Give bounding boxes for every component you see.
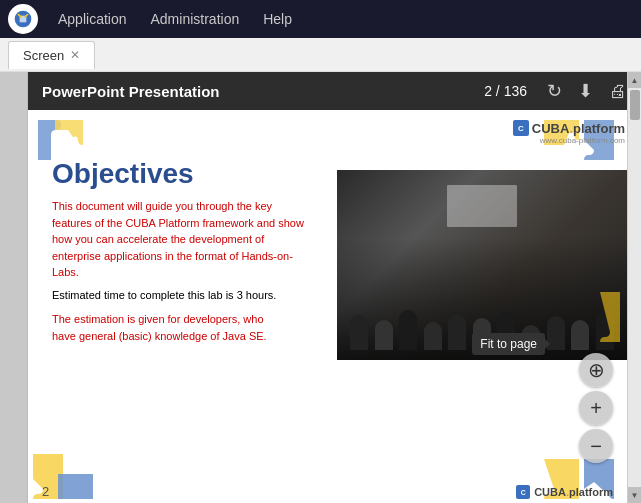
minus-icon: − xyxy=(590,435,602,458)
scrollbar-down[interactable]: ▼ xyxy=(628,487,642,503)
zoom-out-button[interactable]: − xyxy=(579,429,613,463)
tab-screen[interactable]: Screen ✕ xyxy=(8,41,95,69)
presentation-title: PowerPoint Presentation xyxy=(42,83,484,100)
projector-screen xyxy=(447,185,517,227)
slide-photo xyxy=(337,170,627,360)
refresh-icon[interactable]: ↻ xyxy=(547,80,562,102)
puzzle-bottomleft xyxy=(28,444,98,503)
viewer-container: PowerPoint Presentation 2 / 136 ↻ ⬇ 🖨 xyxy=(0,72,641,503)
print-icon[interactable]: 🖨 xyxy=(609,81,627,102)
puzzle-rightmid xyxy=(595,287,625,351)
app-logo xyxy=(8,4,38,34)
scrollbar[interactable]: ▲ ▼ xyxy=(627,72,641,503)
left-panel xyxy=(0,72,28,503)
cuba-logo-bottom: C CUBA.platform xyxy=(516,485,613,499)
fit-to-page-tooltip: Fit to page xyxy=(472,333,545,355)
slide-description: This document will guide you through the… xyxy=(52,198,312,281)
page-number: 2 xyxy=(42,484,49,499)
scrollbar-up[interactable]: ▲ xyxy=(628,72,642,88)
zoom-reset-button[interactable]: ⊕ xyxy=(579,353,613,387)
top-navigation: Application Administration Help xyxy=(0,0,641,38)
nav-administration[interactable]: Administration xyxy=(141,7,250,31)
download-icon[interactable]: ⬇ xyxy=(578,80,593,102)
nav-help[interactable]: Help xyxy=(253,7,302,31)
slide-area: PowerPoint Presentation 2 / 136 ↻ ⬇ 🖨 xyxy=(28,72,641,503)
zoom-in-button[interactable]: + xyxy=(579,391,613,425)
cuba-logo-bottom-text: CUBA.platform xyxy=(534,486,613,498)
zoom-controls: Fit to page ⊕ + − xyxy=(579,353,613,463)
slide-photo-inner xyxy=(337,170,627,360)
tab-close-icon[interactable]: ✕ xyxy=(70,49,80,61)
scrollbar-thumb[interactable] xyxy=(630,90,640,120)
slide-content: C CUBA.platform www.cuba-platform.com Ob… xyxy=(28,110,641,503)
scrollbar-track[interactable] xyxy=(628,88,641,487)
plus-icon: + xyxy=(590,397,602,420)
slide-note: The estimation is given for developers, … xyxy=(52,311,282,346)
presentation-page: 2 / 136 xyxy=(484,83,527,99)
tab-bar: Screen ✕ xyxy=(0,38,641,72)
tab-screen-label: Screen xyxy=(23,48,64,63)
nav-application[interactable]: Application xyxy=(48,7,137,31)
crosshair-icon: ⊕ xyxy=(588,358,605,382)
presentation-header: PowerPoint Presentation 2 / 136 ↻ ⬇ 🖨 xyxy=(28,72,641,110)
presentation-toolbar: ↻ ⬇ 🖨 xyxy=(547,80,627,102)
